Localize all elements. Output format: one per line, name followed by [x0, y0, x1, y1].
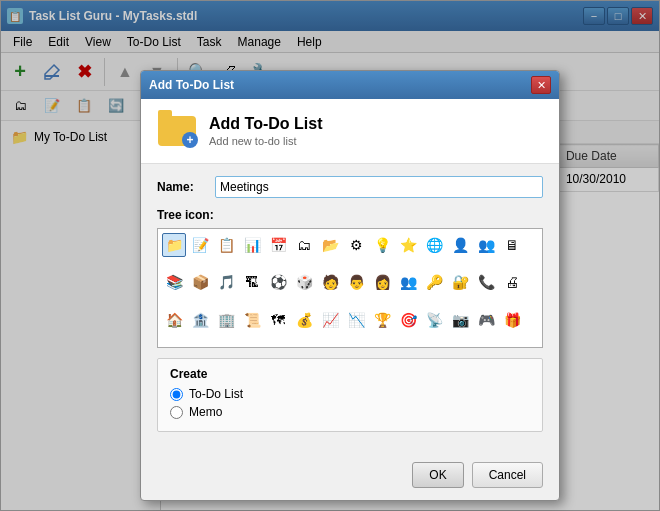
icon-cell-files[interactable]: 📂 — [318, 233, 342, 257]
icon-cell-person2[interactable]: 👨 — [344, 270, 368, 294]
icon-cell-chartd[interactable]: 📉 — [344, 308, 368, 332]
icon-cell-group2[interactable]: 👥 — [396, 270, 420, 294]
icon-cell-gift[interactable]: 🎁 — [500, 308, 524, 332]
add-todo-dialog: Add To-Do List ✕ + Add To-Do List Add ne… — [140, 70, 560, 501]
icon-cell-house[interactable]: 🏠 — [162, 308, 186, 332]
create-label: Create — [170, 367, 530, 381]
main-window: 📋 Task List Guru - MyTasks.stdl − □ ✕ Fi… — [0, 0, 660, 511]
icon-cell-game[interactable]: 🎮 — [474, 308, 498, 332]
icon-cell-clip[interactable]: 🗂 — [292, 233, 316, 257]
icon-cell-build[interactable]: 🏗 — [240, 270, 264, 294]
icon-cell-key[interactable]: 🔑 — [422, 270, 446, 294]
dialog-footer: OK Cancel — [141, 454, 559, 500]
icon-cell-list[interactable]: 📋 — [214, 233, 238, 257]
icon-cell-map[interactable]: 🗺 — [266, 308, 290, 332]
dialog-title-bar: Add To-Do List ✕ — [141, 71, 559, 99]
icon-cell-table[interactable]: 📊 — [240, 233, 264, 257]
dialog-header-subtitle: Add new to-do list — [209, 135, 322, 147]
icon-cell-bulb[interactable]: 💡 — [370, 233, 394, 257]
icon-cell-soccer[interactable]: ⚽ — [266, 270, 290, 294]
name-label: Name: — [157, 180, 207, 194]
icon-grid[interactable]: 📁 📝 📋 📊 📅 🗂 📂 ⚙ 💡 ⭐ 🌐 👤 👥 🖥 — [157, 228, 543, 348]
icon-cell-bank[interactable]: 🏦 — [188, 308, 212, 332]
tree-icon-label: Tree icon: — [157, 208, 543, 222]
icon-cell-cal[interactable]: 📅 — [266, 233, 290, 257]
folder-plus-icon: + — [182, 132, 198, 148]
icon-cell-scroll[interactable]: 📜 — [240, 308, 264, 332]
cancel-button[interactable]: Cancel — [472, 462, 543, 488]
radio-todo[interactable] — [170, 388, 183, 401]
dialog-header-text: Add To-Do List Add new to-do list — [209, 115, 322, 147]
icon-cell-person1[interactable]: 🧑 — [318, 270, 342, 294]
icon-cell-gear[interactable]: ⚙ — [344, 233, 368, 257]
dialog-body: Name: Tree icon: 📁 📝 📋 📊 📅 🗂 📂 — [141, 164, 559, 454]
icon-cell-dice[interactable]: 🎲 — [292, 270, 316, 294]
dialog-title: Add To-Do List — [149, 78, 234, 92]
name-input[interactable] — [215, 176, 543, 198]
icon-cell-book[interactable]: 📚 — [162, 270, 186, 294]
icon-cell-person3[interactable]: 👩 — [370, 270, 394, 294]
dialog-header: + Add To-Do List Add new to-do list — [141, 99, 559, 164]
name-row: Name: — [157, 176, 543, 198]
icon-cell-office[interactable]: 🏢 — [214, 308, 238, 332]
dialog-header-title: Add To-Do List — [209, 115, 322, 133]
icon-cell-doc[interactable]: 📝 — [188, 233, 212, 257]
icon-cell-screen[interactable]: 🖥 — [500, 233, 524, 257]
icon-cell-star[interactable]: ⭐ — [396, 233, 420, 257]
dialog-overlay: Add To-Do List ✕ + Add To-Do List Add ne… — [1, 1, 659, 510]
icon-cell-folder[interactable]: 📁 — [162, 233, 186, 257]
icon-cell-users[interactable]: 👥 — [474, 233, 498, 257]
icon-cell-print[interactable]: 🖨 — [500, 270, 524, 294]
icon-cell-satellite[interactable]: 📡 — [422, 308, 446, 332]
radio-todo-row: To-Do List — [170, 387, 530, 401]
icon-cell-lock[interactable]: 🔐 — [448, 270, 472, 294]
ok-button[interactable]: OK — [412, 462, 463, 488]
icon-cell-target[interactable]: 🎯 — [396, 308, 420, 332]
tree-icon-section: Tree icon: 📁 📝 📋 📊 📅 🗂 📂 ⚙ 💡 ⭐ 🌐 — [157, 208, 543, 348]
dialog-header-icon: + — [157, 111, 197, 151]
radio-memo[interactable] — [170, 406, 183, 419]
icon-cell-phone[interactable]: 📞 — [474, 270, 498, 294]
create-group: Create To-Do List Memo — [157, 358, 543, 432]
icon-cell-camera[interactable]: 📷 — [448, 308, 472, 332]
icon-cell-money[interactable]: 💰 — [292, 308, 316, 332]
radio-todo-label[interactable]: To-Do List — [189, 387, 243, 401]
icon-cell-user[interactable]: 👤 — [448, 233, 472, 257]
folder-big-icon: + — [158, 116, 196, 146]
dialog-close-button[interactable]: ✕ — [531, 76, 551, 94]
radio-memo-label[interactable]: Memo — [189, 405, 222, 419]
icon-cell-box[interactable]: 📦 — [188, 270, 212, 294]
icon-cell-globe[interactable]: 🌐 — [422, 233, 446, 257]
icon-cell-music[interactable]: 🎵 — [214, 270, 238, 294]
icon-cell-trophy[interactable]: 🏆 — [370, 308, 394, 332]
radio-memo-row: Memo — [170, 405, 530, 419]
icon-cell-chart[interactable]: 📈 — [318, 308, 342, 332]
